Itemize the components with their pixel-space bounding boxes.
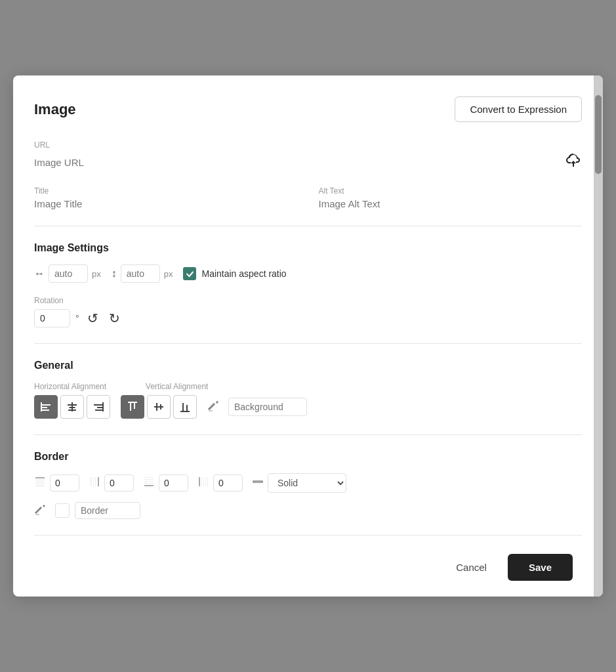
border-values-row: Solid Dashed Dotted None [34,473,582,493]
svg-rect-21 [209,410,213,411]
svg-rect-16 [156,403,157,411]
convert-to-expression-button[interactable]: Convert to Expression [455,96,582,122]
alt-text-label: Alt Text [319,186,583,196]
svg-rect-22 [35,477,45,478]
svg-rect-35 [144,479,154,480]
aspect-ratio-group: Maintain aspect ratio [183,267,286,280]
divider-3 [34,434,582,435]
alt-text-input[interactable] [319,198,583,209]
border-color-row [34,502,582,519]
upload-icon[interactable] [565,152,582,173]
width-input[interactable] [49,264,88,283]
svg-rect-1 [41,407,47,408]
svg-rect-32 [95,477,96,486]
v-align-label: Vertical Alignment [146,382,208,391]
svg-rect-18 [180,411,190,412]
svg-rect-30 [91,477,92,486]
border-left-group [197,474,243,492]
alt-text-col: Alt Text [319,186,583,210]
svg-rect-37 [144,483,154,484]
align-right-button[interactable] [87,395,110,419]
svg-rect-12 [128,402,137,403]
border-top-input[interactable] [50,474,79,492]
divider-4 [34,535,582,536]
svg-rect-14 [134,403,135,409]
align-label-row: Horizontal Alignment Vertical Alignment [34,382,582,391]
border-bottom-input[interactable] [159,474,188,492]
background-color-picker-button[interactable] [207,399,220,415]
divider-2 [34,343,582,344]
width-unit: px [92,269,101,279]
svg-rect-40 [205,477,206,486]
rotate-cw-button[interactable]: ↻ [106,309,123,327]
svg-rect-24 [35,480,45,481]
alignment-section: Horizontal Alignment Vertical Alignment [34,382,582,419]
width-icon: ↔ [34,268,45,280]
align-center-button[interactable] [60,395,84,419]
title-col: Title [34,186,298,210]
border-style-group: Solid Dashed Dotted None [252,473,346,493]
url-row [34,152,582,173]
cancel-button[interactable]: Cancel [444,555,499,579]
general-title: General [34,360,582,371]
svg-rect-26 [35,483,45,484]
svg-rect-15 [154,406,163,408]
svg-rect-28 [98,477,99,486]
height-group: ↕ px [112,264,173,283]
border-left-input[interactable] [213,474,243,492]
border-right-group [89,474,134,492]
svg-rect-17 [160,404,161,410]
border-right-input[interactable] [104,474,134,492]
url-input[interactable] [34,157,557,168]
h-align-label: Horizontal Alignment [34,382,106,391]
v-align-middle-button[interactable] [147,395,171,419]
scrollbar[interactable] [594,75,603,597]
rotate-ccw-button[interactable]: ↺ [85,309,101,327]
border-color-picker-button[interactable] [34,503,47,519]
svg-rect-36 [144,481,154,482]
align-controls-row [34,395,582,419]
svg-rect-41 [203,477,204,486]
height-input[interactable] [121,264,160,283]
svg-rect-9 [97,407,103,408]
border-top-group [34,474,79,492]
height-unit: px [164,269,173,279]
background-color-input[interactable] [228,398,307,416]
rotation-section: Rotation ° ↺ ↻ [34,296,582,327]
svg-rect-25 [35,482,45,482]
border-top-icon [34,476,46,490]
rotation-input[interactable] [34,309,70,327]
svg-rect-3 [41,402,42,411]
v-align-bottom-button[interactable] [173,395,197,419]
border-right-icon [89,476,100,490]
aspect-ratio-checkbox[interactable] [183,267,196,280]
rotation-row: ° ↺ ↻ [34,309,582,327]
svg-rect-42 [201,477,202,486]
align-left-button[interactable] [34,395,58,419]
h-align-group [34,395,110,419]
svg-rect-11 [102,402,104,411]
rotation-label: Rotation [34,296,582,305]
width-group: ↔ px [34,264,101,283]
border-bottom-icon [143,476,155,490]
svg-rect-2 [41,410,49,411]
svg-rect-7 [72,402,73,411]
v-align-top-button[interactable] [121,395,144,419]
height-icon: ↕ [112,268,117,280]
url-field-wrap [34,157,557,169]
title-input[interactable] [34,198,298,209]
border-style-select[interactable]: Solid Dashed Dotted None [268,473,346,493]
save-button[interactable]: Save [508,554,573,581]
svg-rect-13 [130,403,131,411]
url-label: URL [34,140,582,150]
border-color-input[interactable] [75,502,140,519]
image-settings-title: Image Settings [34,242,582,254]
scrollbar-thumb[interactable] [595,95,602,174]
svg-rect-29 [90,477,91,486]
dialog-title: Image [34,101,76,118]
svg-rect-27 [35,485,45,486]
dialog-footer: Cancel Save [34,554,582,581]
svg-rect-31 [93,477,94,486]
aspect-ratio-label: Maintain aspect ratio [201,268,286,279]
svg-rect-8 [94,404,103,406]
